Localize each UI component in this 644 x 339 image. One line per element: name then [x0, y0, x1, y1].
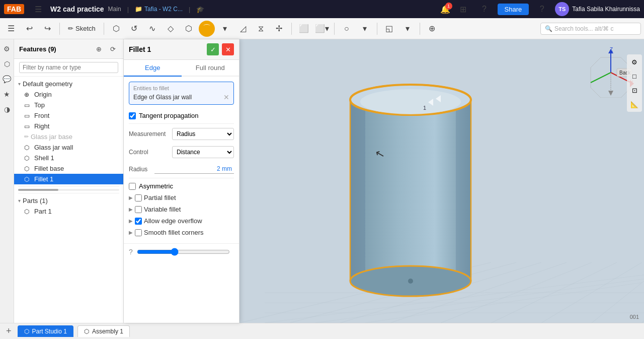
tree-item-glass-jar-base[interactable]: ✏ Glass jar base [14, 131, 123, 142]
extrude-icon[interactable]: ⬡ [108, 21, 124, 37]
feature-panel: Features (9) ⊕ ⟳ ▾ Default geometry ⊕ Or… [14, 39, 124, 323]
cancel-button[interactable]: ✕ [222, 43, 234, 55]
allow-edge-overflow-checkbox[interactable] [135, 218, 142, 225]
user-name: Tafia Sabila Khairunnissa [572, 6, 640, 13]
tree-item-front[interactable]: ▭ Front [14, 110, 123, 121]
features-icon[interactable]: ⚙ [2, 43, 13, 54]
allow-edge-overflow-row[interactable]: ▶ Allow edge overflow [129, 215, 234, 227]
entities-box: Entities to fillet Edge of Glass jar wal… [129, 82, 234, 105]
asymmetric-checkbox[interactable] [129, 183, 136, 190]
search-tools-placeholder: Search tools... alt/⌘ c [554, 25, 613, 32]
appearances-icon[interactable]: ◑ [2, 104, 13, 115]
revolve-icon[interactable]: ↺ [126, 21, 142, 37]
move-icon[interactable]: ✢ [271, 21, 287, 37]
sweep-icon[interactable]: ∿ [144, 21, 160, 37]
view-settings-icon[interactable]: ⚙ [629, 56, 640, 67]
asymmetric-row: Asymmetric [129, 180, 234, 192]
sketch-button[interactable]: ✏ Sketch [64, 23, 100, 34]
display-states-icon[interactable]: □ [629, 71, 640, 82]
planes-arrow[interactable]: ▾ [399, 21, 416, 37]
feature-search-input[interactable] [19, 62, 118, 73]
file-link[interactable]: 📁 Tafia - W2 C... [135, 6, 183, 13]
tree-item-part1[interactable]: ⬡ Part 1 [14, 206, 123, 217]
radius-input[interactable] [154, 164, 234, 174]
app-title: W2 cad practice [50, 5, 104, 13]
tab-assembly[interactable]: ⬡ Assembly 1 [77, 325, 130, 337]
fillet-help-icon[interactable]: ? [129, 248, 133, 256]
default-geometry-section[interactable]: ▾ Default geometry [14, 79, 123, 89]
divider-1 [129, 123, 234, 124]
comments-icon[interactable]: 💬 [2, 74, 13, 85]
partial-fillet-checkbox[interactable] [135, 194, 142, 201]
tree-item-glass-jar-wall[interactable]: ⬡ Glass jar wall [14, 142, 123, 153]
redo-button[interactable]: ↪ [39, 21, 55, 37]
insert-icon[interactable]: ⊕ [424, 21, 440, 37]
tab-full-round[interactable]: Full round [182, 60, 239, 76]
scrollbar-thumb [18, 189, 58, 191]
parts-section-label: Parts (1) [23, 197, 48, 205]
tree-item-shell1[interactable]: ⬡ Shell 1 [14, 153, 123, 163]
tree-item-fillet-base[interactable]: ⬡ Fillet base [14, 163, 123, 174]
menu-icon[interactable]: ☰ [30, 1, 46, 17]
tab-part-studio[interactable]: ⬡ Part Studio 1 [18, 325, 73, 337]
part-studio-icon: ⬡ [24, 328, 29, 335]
feature-history-icon[interactable]: ⟳ [107, 43, 118, 54]
share-button[interactable]: Share [498, 4, 529, 15]
assembly-label: Assembly 1 [92, 328, 123, 335]
fillet-tabs: Edge Full round [124, 60, 239, 77]
grid-icon[interactable]: ⊞ [455, 1, 471, 17]
separator-4 [334, 23, 335, 35]
toolbar-menu-icon[interactable]: ☰ [3, 21, 19, 37]
bell-icon[interactable]: 🔔 1 [440, 5, 450, 14]
tree-item-right[interactable]: ▭ Right [14, 121, 123, 131]
fillet-icon[interactable]: ⌒ [199, 21, 215, 37]
tangent-propagation-checkbox[interactable] [129, 112, 136, 119]
smooth-fillet-corners-row[interactable]: ▶ Smooth fillet corners [129, 227, 234, 238]
search-tools[interactable]: 🔍 Search tools... alt/⌘ c [540, 23, 641, 35]
mates-arrow[interactable]: ▾ [357, 21, 373, 37]
shell-icon[interactable]: ⬡ [181, 21, 197, 37]
pattern-icon[interactable]: ⬜▾ [314, 21, 330, 37]
tree-item-top[interactable]: ▭ Top [14, 100, 123, 110]
svg-rect-19 [456, 100, 471, 281]
variable-fillet-checkbox[interactable] [135, 206, 142, 213]
fillet-panel-header: Fillet 1 ✓ ✕ [124, 39, 239, 60]
measure-icon[interactable]: 📐 [629, 99, 640, 110]
chamfer-icon[interactable]: ◿ [235, 21, 251, 37]
3d-viewport[interactable]: 1 ↖ Z [239, 39, 644, 323]
mates-icon[interactable]: ○ [339, 21, 355, 37]
variable-fillet-label: Variable fillet [144, 206, 181, 213]
boolean-icon[interactable]: ⬜ [296, 21, 312, 37]
fillet-slider[interactable] [137, 248, 230, 256]
more-help-icon[interactable]: ? [534, 1, 550, 17]
variable-fillet-row[interactable]: ▶ Variable fillet [129, 204, 234, 215]
section-view-icon[interactable]: ⊡ [629, 85, 640, 96]
draft-icon[interactable]: ⧖ [253, 21, 269, 37]
solid-icon-wall: ⬡ [24, 144, 32, 151]
planes-icon[interactable]: ◱ [381, 21, 397, 37]
control-select[interactable]: Distance Curvature [172, 146, 234, 158]
smooth-fillet-corners-checkbox[interactable] [135, 229, 142, 236]
accept-button[interactable]: ✓ [207, 43, 219, 55]
feature-add-icon[interactable]: ⊕ [93, 43, 104, 54]
chevron-right-icon-variable: ▶ [129, 207, 133, 212]
parts-section[interactable]: ▾ Parts (1) [14, 195, 123, 206]
loft-icon[interactable]: ◇ [163, 21, 179, 37]
tab-edge[interactable]: Edge [124, 60, 182, 77]
partial-fillet-row[interactable]: ▶ Partial fillet [129, 192, 234, 204]
tree-label-right: Right [34, 122, 49, 130]
measurement-select[interactable]: Radius Chord [172, 128, 234, 140]
parts-icon[interactable]: ⬡ [2, 58, 13, 70]
remove-entity-icon[interactable]: ✕ [223, 93, 229, 101]
tree-label-front: Front [34, 112, 49, 119]
help-icon[interactable]: ? [476, 1, 493, 17]
tree-item-origin[interactable]: ⊕ Origin [14, 89, 123, 100]
cylinder-svg: 1 [340, 70, 481, 311]
tree-item-fillet1[interactable]: ⬡ Fillet 1 [14, 174, 123, 184]
undo-button[interactable]: ↩ [21, 21, 37, 37]
custom-features-icon[interactable]: ★ [2, 89, 13, 100]
fillet-arrow-icon[interactable]: ▾ [217, 21, 233, 37]
fab-logo: FAB [4, 4, 24, 14]
add-tab-button[interactable]: + [4, 326, 14, 336]
fillet-header-actions: ✓ ✕ [207, 43, 234, 55]
